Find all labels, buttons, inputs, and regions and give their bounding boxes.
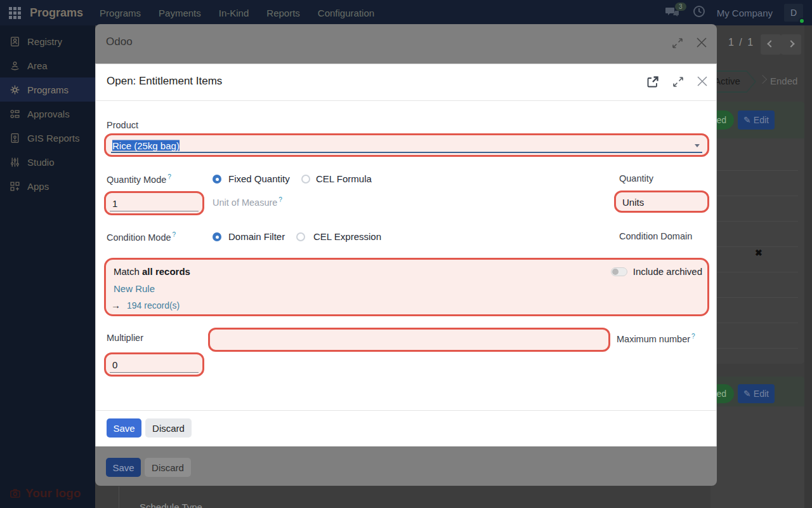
outer-modal-title: Odoo	[106, 36, 133, 48]
menu-item-payments[interactable]: Payments	[159, 8, 201, 18]
expand-icon[interactable]	[672, 37, 683, 51]
product-value: Rice (25kg bag)	[112, 140, 180, 150]
top-menu: Programs Payments In-Kind Reports Config…	[100, 8, 374, 18]
domain-filter-radio[interactable]	[213, 232, 221, 241]
record-count-link[interactable]: 194 record(s)	[127, 300, 180, 311]
pager-prev-button[interactable]	[761, 34, 781, 55]
open-in-full-record-icon[interactable]	[646, 75, 660, 91]
help-icon: ?	[173, 231, 176, 238]
user-avatar[interactable]: D	[784, 4, 803, 22]
match-summary: Match all records	[114, 266, 190, 277]
entitlement-items-dialog: Open: Entitlement Items Product Rice (25…	[95, 64, 717, 446]
help-icon: ?	[278, 196, 282, 203]
sidebar-item-studio[interactable]: Studio	[0, 150, 95, 174]
quantity-mode-label: Quantity Mode?	[107, 173, 171, 185]
edit-button[interactable]: ✎ Edit	[738, 110, 775, 130]
presence-dot	[799, 18, 805, 24]
condition-mode-label: Condition Mode?	[107, 231, 176, 243]
pager-next-button[interactable]	[781, 34, 801, 55]
gis-report-icon	[10, 133, 20, 144]
fixed-quantity-radio[interactable]	[213, 175, 221, 184]
arrow-right-icon: →	[111, 300, 121, 311]
maximum-number-input[interactable]: 0	[104, 352, 204, 377]
product-select[interactable]: Rice (25kg bag)	[104, 133, 709, 157]
background-card-1: ed ✎ Edit ✖	[710, 102, 804, 364]
save-button-dimmed[interactable]: Save	[106, 458, 141, 477]
schedule-type-label: Schedule Type	[140, 502, 202, 508]
background-card-2: ed ✎ Edit	[710, 377, 804, 508]
edit-pencil-icon: ✎	[743, 389, 751, 399]
domain-filter-option[interactable]: Domain Filter	[228, 231, 285, 242]
close-icon[interactable]	[696, 75, 709, 90]
apps-plus-icon	[10, 181, 20, 192]
sidebar-item-area[interactable]: Area	[0, 53, 95, 77]
discard-button-dimmed[interactable]: Discard	[145, 458, 191, 477]
record-pager: 1 / 1	[728, 37, 754, 48]
cel-expression-option[interactable]: CEL Expression	[313, 231, 381, 242]
apps-grid-icon[interactable]	[9, 7, 21, 19]
help-icon: ?	[691, 333, 695, 340]
fixed-quantity-option[interactable]: Fixed Quantity	[228, 173, 290, 184]
chevron-down-icon	[695, 144, 700, 147]
sidebar-item-programs[interactable]: Programs	[0, 77, 95, 102]
include-archived-toggle[interactable]	[611, 267, 627, 276]
company-logo: Your logo	[10, 486, 81, 500]
programs-icon	[10, 84, 20, 95]
save-button[interactable]: Save	[107, 418, 141, 438]
cel-formula-radio[interactable]	[301, 175, 310, 184]
menu-item-programs[interactable]: Programs	[100, 8, 141, 18]
messages-count-badge: 3	[675, 3, 686, 11]
id-card-icon	[10, 36, 20, 47]
condition-domain-label: Condition Domain	[619, 231, 692, 241]
approvals-icon	[10, 109, 20, 119]
camera-icon	[10, 489, 20, 498]
discard-button[interactable]: Discard	[145, 418, 192, 438]
menu-item-inkind[interactable]: In-Kind	[219, 8, 249, 18]
sidebar-item-approvals[interactable]: Approvals	[0, 102, 95, 126]
app-title: Programs	[30, 6, 83, 20]
remove-row-icon[interactable]: ✖	[755, 248, 763, 258]
statusbar-ended[interactable]: Ended	[770, 76, 797, 86]
top-navbar: Programs Programs Payments In-Kind Repor…	[0, 0, 812, 25]
include-archived-label: Include archived	[633, 266, 702, 277]
menu-item-reports[interactable]: Reports	[266, 8, 300, 18]
close-icon[interactable]	[695, 36, 708, 51]
cel-expression-radio[interactable]	[296, 232, 305, 241]
multiplier-label: Multiplier	[107, 333, 143, 343]
quantity-label: Quantity	[619, 173, 653, 184]
help-icon: ?	[167, 173, 171, 180]
sidebar-item-apps[interactable]: Apps	[0, 174, 95, 198]
uom-input[interactable]: Units	[614, 190, 709, 213]
domain-widget: Match all records Include archived New R…	[104, 258, 709, 316]
sidebar-item-gis-reports[interactable]: GIS Reports	[0, 126, 95, 150]
edit-pencil-icon: ✎	[743, 115, 751, 125]
left-sidebar: Registry Area Programs Approvals GIS Rep…	[0, 25, 95, 508]
menu-item-configuration[interactable]: Configuration	[318, 8, 374, 18]
area-icon	[10, 60, 20, 71]
quantity-input[interactable]: 1	[104, 191, 204, 215]
messages-icon[interactable]: 3	[665, 6, 681, 20]
sidebar-item-registry[interactable]: Registry	[0, 29, 95, 53]
cel-formula-option[interactable]: CEL Formula	[316, 173, 372, 184]
activity-clock-icon[interactable]	[693, 5, 705, 20]
new-rule-link[interactable]: New Rule	[114, 283, 155, 294]
product-label: Product	[107, 120, 138, 130]
edit-button[interactable]: ✎ Edit	[738, 384, 775, 403]
sliders-icon	[10, 157, 20, 168]
multiplier-input[interactable]	[208, 328, 610, 352]
company-switcher[interactable]: My Company	[717, 8, 773, 18]
expand-icon[interactable]	[672, 76, 684, 90]
dialog-title: Open: Entitlement Items	[107, 75, 222, 88]
unit-of-measure-label: Unit of Measure?	[213, 196, 282, 208]
maximum-number-label: Maximum number?	[617, 333, 695, 344]
